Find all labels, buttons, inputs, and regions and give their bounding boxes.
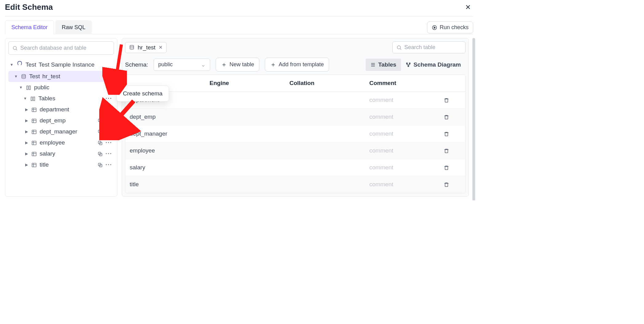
database-chip[interactable]: hr_test ✕	[125, 42, 167, 53]
plus-icon: ＋	[270, 60, 276, 69]
caret-down-icon: ▼	[10, 63, 14, 67]
delete-row-button[interactable]	[439, 126, 454, 142]
delete-row-button[interactable]	[439, 109, 454, 125]
table-more-icon[interactable]: ···	[105, 128, 112, 135]
copy-icon[interactable]	[107, 106, 112, 113]
cell-name: title	[125, 176, 205, 193]
table-more-icon[interactable]: ···	[105, 161, 112, 168]
schema-select[interactable]: public ⌄	[154, 59, 210, 71]
play-circle-icon	[432, 24, 437, 31]
table-icon	[31, 161, 37, 168]
cell-comment[interactable]: comment	[365, 125, 439, 142]
delete-row-button[interactable]	[439, 160, 454, 176]
context-menu: Create schema	[116, 86, 169, 102]
search-database-table[interactable]	[8, 41, 114, 55]
copy-icon[interactable]	[97, 139, 103, 146]
delete-row-button[interactable]	[439, 176, 454, 193]
scrollbar-thumb[interactable]	[473, 38, 475, 200]
delete-row-button[interactable]	[439, 143, 454, 159]
copy-icon[interactable]	[97, 150, 103, 157]
cell-collation	[285, 129, 365, 139]
table-icon	[31, 128, 37, 135]
chip-label: hr_test	[138, 44, 155, 51]
create-schema-menu-item[interactable]: Create schema	[123, 90, 163, 97]
instance-name: Test Sample Instance	[39, 61, 95, 68]
tree-tables-folder[interactable]: ▼ Tables ···	[8, 93, 114, 104]
table-row[interactable]: dept_managercomment	[125, 125, 465, 142]
svg-rect-9	[33, 97, 35, 101]
database-icon	[21, 73, 27, 80]
view-diagram-toggle[interactable]: Schema Diagram	[401, 59, 465, 71]
copy-icon[interactable]	[97, 117, 103, 124]
tab-schema-editor[interactable]: Schema Editor	[5, 20, 54, 34]
chip-close-icon[interactable]: ✕	[159, 44, 163, 50]
cell-comment[interactable]: comment	[365, 92, 439, 108]
run-checks-button[interactable]: Run checks	[427, 21, 473, 33]
table-row[interactable]: dept_empcomment	[125, 109, 465, 125]
cell-collation	[285, 179, 365, 189]
cell-engine	[205, 146, 285, 156]
tree-table-label: title	[40, 161, 49, 168]
tree-table-salary[interactable]: ▶salary···	[8, 148, 114, 159]
svg-rect-10	[32, 108, 36, 112]
table-more-icon[interactable]: ···	[105, 139, 112, 146]
close-icon[interactable]: ✕	[463, 3, 473, 12]
tree-instance[interactable]: ▼ Test Test Sample Instance	[8, 58, 114, 71]
table-more-icon[interactable]: ···	[105, 150, 112, 157]
table-row[interactable]: titlecomment	[125, 176, 465, 193]
caret-down-icon: ▼	[19, 85, 23, 90]
tree-database[interactable]: ▼ Test hr_test ···	[8, 71, 114, 82]
table-icon	[31, 106, 37, 113]
cell-collation	[285, 146, 365, 156]
svg-line-40	[115, 44, 121, 87]
svg-rect-30	[32, 152, 36, 156]
table-more-icon[interactable]: ···	[105, 117, 112, 124]
cell-collation	[285, 112, 365, 122]
view-tables-toggle[interactable]: Tables	[366, 59, 401, 71]
cell-comment[interactable]: comment	[365, 176, 439, 193]
db-more-icon[interactable]: ···	[105, 73, 112, 80]
add-from-template-button[interactable]: ＋ Add from template	[265, 58, 329, 71]
tab-raw-sql[interactable]: Raw SQL	[55, 20, 92, 34]
svg-rect-53	[445, 133, 448, 136]
cell-engine	[205, 129, 285, 139]
tree-table-dept_emp[interactable]: ▶dept_emp···	[8, 115, 114, 126]
caret-right-icon: ▶	[24, 163, 29, 167]
copy-icon[interactable]	[97, 128, 103, 135]
tables-label: Tables	[38, 95, 55, 102]
table-row[interactable]: departmentcomment	[125, 92, 465, 109]
cell-comment[interactable]: comment	[365, 142, 439, 159]
tree-table-employee[interactable]: ▶employee···	[8, 137, 114, 148]
chevron-down-icon: ⌄	[201, 61, 206, 68]
svg-rect-52	[445, 116, 448, 119]
copy-icon[interactable]	[97, 161, 103, 168]
tree-table-dept_manager[interactable]: ▶dept_manager···	[8, 126, 114, 137]
svg-rect-49	[409, 63, 410, 64]
tree-table-title[interactable]: ▶title···	[8, 159, 114, 170]
tables-more-icon[interactable]: ···	[105, 95, 112, 102]
svg-rect-35	[32, 163, 36, 167]
instance-prefix: Test	[26, 61, 36, 68]
svg-rect-8	[31, 97, 33, 101]
cell-comment[interactable]: comment	[365, 159, 439, 176]
cell-name: dept_emp	[125, 109, 205, 125]
table-row[interactable]: salarycomment	[125, 159, 465, 176]
cell-comment[interactable]: comment	[365, 109, 439, 125]
svg-rect-54	[445, 149, 448, 153]
cell-collation	[285, 163, 365, 172]
svg-rect-7	[29, 86, 31, 90]
search-table[interactable]	[392, 41, 465, 53]
postgres-icon	[16, 60, 23, 69]
cell-engine	[205, 179, 285, 189]
schema-more-icon[interactable]: ···	[105, 84, 112, 91]
tree-schema-public[interactable]: ▼ public ···	[8, 82, 114, 93]
tree-table-label: salary	[40, 150, 55, 157]
search-input[interactable]	[20, 45, 110, 51]
svg-rect-50	[408, 66, 409, 67]
table-row[interactable]: employeecomment	[125, 142, 465, 159]
delete-row-button[interactable]	[439, 92, 454, 108]
tree-table-department[interactable]: ▶department	[8, 104, 114, 115]
new-table-button[interactable]: ＋ New table	[216, 58, 259, 71]
search-table-input[interactable]	[404, 44, 461, 51]
svg-rect-20	[32, 130, 36, 134]
